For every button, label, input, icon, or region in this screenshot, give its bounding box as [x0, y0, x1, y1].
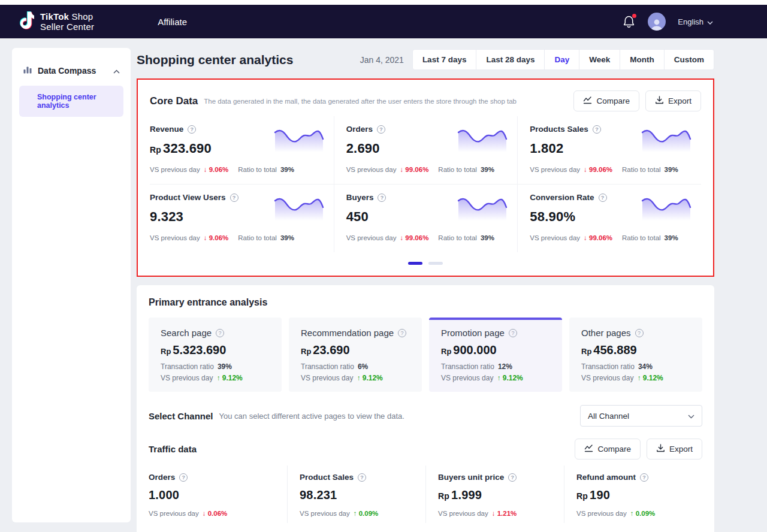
- delta-down: ↓ 1.21%: [492, 510, 517, 517]
- vs-label: VS previous day: [581, 374, 633, 382]
- traffic-export-button[interactable]: Export: [647, 439, 702, 460]
- help-icon[interactable]: ?: [378, 194, 386, 202]
- vs-label: VS previous day: [346, 166, 397, 173]
- help-icon[interactable]: ?: [599, 194, 607, 202]
- language-selector[interactable]: English: [678, 17, 713, 26]
- range-button-last-28-days[interactable]: Last 28 days: [476, 49, 545, 70]
- traffic-metrics-grid: Orders?1.000VS previous day↓ 0.06%Produc…: [149, 466, 702, 523]
- help-icon[interactable]: ?: [179, 473, 188, 482]
- chevron-down-icon: [707, 17, 713, 26]
- range-button-custom[interactable]: Custom: [665, 49, 714, 70]
- range-button-day[interactable]: Day: [545, 49, 579, 70]
- help-icon[interactable]: ?: [358, 473, 366, 482]
- range-button-last-7-days[interactable]: Last 7 days: [412, 49, 477, 70]
- entrance-card-other-pages[interactable]: Other pages?Rp456.889Transaction ratio34…: [569, 318, 702, 392]
- channel-dropdown[interactable]: All Channel: [580, 405, 702, 427]
- currency-prefix: Rp: [161, 347, 171, 356]
- delta-up: ↑ 0.09%: [630, 510, 656, 517]
- metric-label: Refund amount?: [576, 473, 693, 482]
- vs-previous-day: VS previous day↑ 0.09%: [576, 510, 655, 517]
- nav-item-affiliate[interactable]: Affiliate: [158, 17, 187, 27]
- vs-label: VS previous day: [576, 510, 627, 517]
- help-icon[interactable]: ?: [640, 473, 648, 482]
- transaction-ratio-label: Transaction ratio: [161, 362, 214, 371]
- help-icon[interactable]: ?: [230, 194, 238, 202]
- help-icon[interactable]: ?: [216, 329, 224, 337]
- transaction-ratio-value: 6%: [358, 362, 368, 371]
- delta-down: ↓ 99.06%: [400, 166, 428, 173]
- select-channel-title: Select Channel: [149, 411, 213, 421]
- metric-number: 23.690: [313, 343, 349, 356]
- entrance-card-search-page[interactable]: Search page?Rp5.323.690Transaction ratio…: [149, 318, 282, 392]
- transaction-ratio: Transaction ratio39%: [161, 362, 271, 371]
- compare-button[interactable]: Compare: [573, 90, 639, 111]
- ratio-value: 39%: [280, 234, 294, 241]
- core-metric-card: Buyers?450VS previous day↓ 99.06%Ratio t…: [334, 184, 518, 252]
- ratio-label: Ratio to total: [622, 234, 661, 241]
- metric-stats: VS previous day↑ 0.09%: [576, 510, 693, 517]
- vs-label: VS previous day: [300, 510, 350, 517]
- brand-text: TikTok Shop Seller Center: [40, 11, 94, 32]
- sidebar-section-data-compass[interactable]: Data Compass: [19, 65, 123, 76]
- sidebar-item-shopping-center-analytics[interactable]: Shopping center analytics: [19, 86, 123, 117]
- transaction-ratio: Transaction ratio6%: [301, 362, 411, 371]
- metric-name: Buyers unit price: [438, 473, 504, 482]
- ratio-value: 39%: [481, 166, 494, 173]
- vs-previous-day: VS previous day↓ 0.06%: [149, 510, 227, 517]
- ratio-to-total: Ratio to total39%: [622, 234, 678, 241]
- pagination-dot[interactable]: [428, 262, 443, 265]
- entrance-card-title: Recommendation page?: [301, 328, 411, 338]
- delta-down: ↓ 99.06%: [584, 166, 612, 173]
- help-icon[interactable]: ?: [509, 329, 517, 337]
- metric-stats: VS previous day↓ 9.06%Ratio to total39%: [150, 166, 324, 173]
- delta-up: ↑ 0.09%: [354, 510, 379, 517]
- top-strip: [0, 0, 767, 5]
- help-icon[interactable]: ?: [398, 329, 406, 337]
- currency-prefix: Rp: [576, 491, 588, 501]
- core-data-title: Core Data: [150, 95, 198, 107]
- pagination-dot[interactable]: [408, 262, 422, 265]
- select-channel-hint: You can select different active pages to…: [219, 412, 404, 421]
- traffic-metric: Orders?1.000VS previous day↓ 0.06%: [149, 466, 287, 523]
- metric-value: Rp1.999: [438, 488, 554, 502]
- range-button-week[interactable]: Week: [579, 49, 620, 70]
- metric-stats: VS previous day↓ 0.06%: [149, 510, 277, 517]
- traffic-compare-button[interactable]: Compare: [575, 439, 641, 460]
- avatar[interactable]: [648, 13, 666, 31]
- metric-value: Rp456.889: [581, 343, 691, 357]
- ratio-value: 39%: [665, 166, 678, 173]
- metric-name: Orders: [346, 125, 373, 134]
- ratio-label: Ratio to total: [438, 166, 477, 173]
- notification-bell-icon[interactable]: [623, 15, 636, 28]
- page-title: Shopping center analytics: [137, 53, 293, 67]
- core-data-subtitle: The data generated in the mall, the data…: [204, 98, 517, 105]
- delta-down: ↓ 9.06%: [204, 234, 229, 241]
- vs-previous-day: VS previous day↓ 1.21%: [438, 510, 517, 517]
- entrance-card-promotion-page[interactable]: Promotion page?Rp900.000Transaction rati…: [429, 318, 562, 392]
- spark-chart: [457, 125, 508, 155]
- metric-value: Rp900.000: [441, 343, 551, 357]
- delta-down: ↓ 99.06%: [584, 234, 612, 241]
- ratio-value: 39%: [481, 234, 494, 241]
- brand-logo[interactable]: TikTok Shop Seller Center: [18, 11, 94, 32]
- sidebar: Data Compass Shopping center analytics: [12, 48, 131, 522]
- entrance-card-recommendation-page[interactable]: Recommendation page?Rp23.690Transaction …: [289, 318, 422, 392]
- chevron-down-icon: [688, 412, 694, 421]
- help-icon[interactable]: ?: [377, 125, 385, 134]
- range-button-month[interactable]: Month: [620, 49, 664, 70]
- export-button[interactable]: Export: [645, 90, 701, 111]
- help-icon[interactable]: ?: [593, 125, 601, 134]
- metric-number: 2.690: [346, 141, 380, 156]
- ratio-value: 39%: [280, 166, 294, 173]
- spark-chart: [274, 125, 324, 155]
- help-icon[interactable]: ?: [508, 473, 517, 482]
- metric-number: 190: [590, 488, 610, 501]
- metric-stats: VS previous day↓ 1.21%: [438, 510, 554, 517]
- main-content: Shopping center analytics Jan 4, 2021 La…: [137, 48, 714, 532]
- ratio-value: 39%: [665, 234, 678, 241]
- metric-name: Conversion Rate: [530, 193, 594, 202]
- help-icon[interactable]: ?: [188, 125, 196, 134]
- delta-down: ↓ 9.06%: [204, 166, 229, 173]
- vs-previous-day: VS previous day↓ 99.06%: [346, 234, 429, 241]
- help-icon[interactable]: ?: [635, 329, 644, 337]
